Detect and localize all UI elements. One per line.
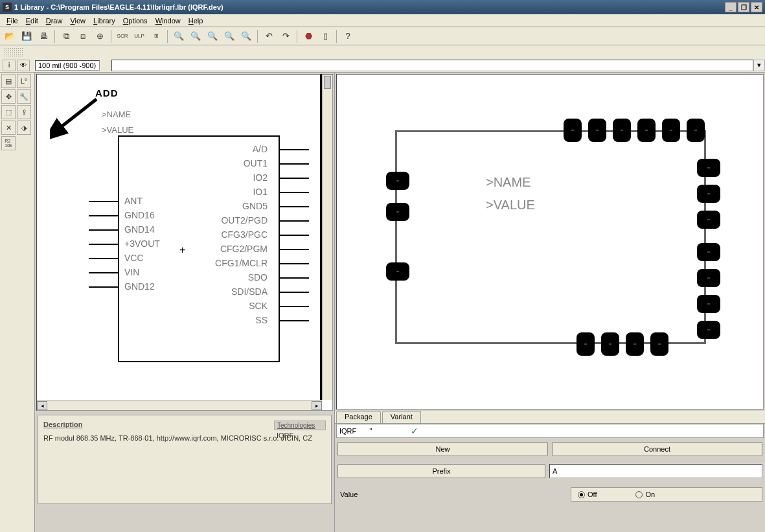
close-button[interactable]: ✕: [751, 2, 762, 12]
pad: [577, 332, 595, 356]
main-toolbar: 📂 💾 🖶 ⧉ ⧈ ⊕ SCR ULP ⊞ 🔍 🔍 🔍 🔍 🔍 ↶ ↷ ⬣ ▯ …: [0, 27, 765, 45]
pin-line: [280, 249, 309, 250]
tool-mark-icon[interactable]: L°: [17, 74, 31, 88]
pin-line: [280, 220, 309, 222]
app-icon: S: [3, 3, 12, 12]
eye-small-icon[interactable]: 👁: [17, 60, 30, 71]
pin-label: SS: [255, 315, 268, 325]
zoom-in-icon[interactable]: 🔍: [172, 29, 186, 43]
tool-add-icon[interactable]: ⇪: [17, 105, 31, 119]
grid-dots-icon[interactable]: [4, 47, 23, 56]
pad: [386, 262, 409, 281]
pin-label: ANT: [124, 196, 143, 206]
symbol-name-placeholder: >NAME: [102, 110, 131, 119]
maximize-button[interactable]: ❐: [738, 2, 749, 12]
print-icon[interactable]: 🖶: [36, 29, 51, 43]
connect-button[interactable]: Connect: [552, 442, 762, 456]
vertical-scrollbar[interactable]: [322, 75, 332, 400]
grid-indicator-row: [0, 45, 765, 58]
pin-label: A/D: [253, 144, 268, 154]
value-on-radio[interactable]: On: [635, 491, 655, 498]
menu-draw[interactable]: Draw: [42, 16, 67, 26]
pad: [613, 119, 631, 142]
check-icon: ✓: [411, 426, 418, 436]
device-icon[interactable]: ⊕: [93, 29, 107, 43]
tool-name-icon[interactable]: ⬗: [17, 121, 31, 135]
pin-line: [89, 244, 118, 245]
package-canvas[interactable]: >NAME >VALUE: [336, 74, 764, 410]
open-icon[interactable]: 📂: [3, 29, 17, 43]
info-small-icon[interactable]: i: [3, 60, 16, 71]
symbol-canvas[interactable]: ADD >NAME >VALUE + ANT GND16 GND14 +3VOU…: [36, 74, 333, 411]
help-icon[interactable]: ?: [341, 29, 355, 43]
pad: [662, 119, 680, 142]
pad: [697, 295, 720, 313]
tool-select-icon[interactable]: ⬚: [1, 105, 16, 119]
pin-line: [280, 149, 309, 150]
undo-icon[interactable]: ↶: [262, 29, 276, 43]
pin-line: [280, 263, 309, 264]
use-icon[interactable]: ⧉: [59, 29, 73, 43]
tool-value-icon[interactable]: R210k: [1, 136, 16, 150]
column-package[interactable]: Package: [336, 411, 381, 423]
command-input[interactable]: [111, 60, 753, 71]
pin-label: +3VOUT: [124, 238, 160, 249]
pad: [650, 332, 668, 356]
description-box: Description RF modul 868.35 MHz, TR-868-…: [38, 415, 332, 504]
annotation-arrow: [50, 94, 102, 139]
pad: [697, 269, 720, 287]
value-row: Value Off On: [337, 487, 762, 502]
symbol-origin-cross: +: [179, 244, 185, 256]
zoom-fit-icon[interactable]: 🔍: [205, 29, 220, 43]
prefix-button[interactable]: Prefix: [337, 464, 545, 478]
zoom-out-icon[interactable]: 🔍: [188, 29, 203, 43]
tool-delete-icon[interactable]: ✕: [1, 121, 16, 135]
menu-view[interactable]: View: [66, 16, 89, 26]
script3-icon[interactable]: ⊞: [149, 29, 163, 43]
menu-file[interactable]: File: [3, 16, 22, 26]
pin-line: [89, 229, 118, 231]
pin-label: SDO: [248, 272, 268, 283]
stop-icon[interactable]: ⬣: [301, 29, 315, 43]
pin-label: IO2: [253, 172, 268, 183]
save-icon[interactable]: 💾: [19, 29, 34, 43]
zoom-select-icon[interactable]: 🔍: [222, 29, 236, 43]
menu-options[interactable]: Options: [119, 16, 152, 26]
unuse-icon[interactable]: ⧈: [76, 29, 90, 43]
pad: [626, 332, 644, 356]
description-header[interactable]: Description: [43, 421, 83, 428]
pin-label: CFG2/PGM: [220, 244, 268, 254]
zoom-redraw-icon[interactable]: 🔍: [239, 29, 253, 43]
menu-library[interactable]: Library: [89, 16, 119, 26]
pin-label: GND5: [242, 201, 268, 211]
column-variant[interactable]: Variant: [382, 411, 421, 423]
package-value-placeholder: >VALUE: [486, 198, 535, 213]
pin-line: [280, 206, 309, 207]
menu-help[interactable]: Help: [185, 16, 207, 26]
command-dropdown-icon[interactable]: ▾: [753, 60, 765, 71]
minimize-button[interactable]: _: [725, 2, 736, 12]
redo-icon[interactable]: ↷: [279, 29, 293, 43]
pad: [386, 172, 409, 190]
pin-line: [89, 286, 118, 288]
package-name-cell: IQRF: [339, 427, 356, 435]
tool-move-icon[interactable]: ✥: [1, 89, 16, 104]
symbol-value-placeholder: >VALUE: [102, 125, 133, 135]
script1-icon[interactable]: SCR: [115, 29, 130, 43]
tool-layers-icon[interactable]: ▤: [1, 74, 16, 88]
package-table-header: Package Variant: [335, 411, 765, 424]
horizontal-scrollbar[interactable]: ◂▸: [37, 400, 322, 410]
script2-icon[interactable]: ULP: [132, 29, 146, 43]
pin-label: OUT2/PGD: [221, 215, 268, 226]
menu-edit[interactable]: Edit: [22, 16, 42, 26]
pin-label: GND12: [124, 281, 155, 292]
go-icon[interactable]: ▯: [318, 29, 332, 43]
prefix-field[interactable]: A: [549, 464, 762, 478]
new-button[interactable]: New: [337, 442, 548, 456]
tool-wrench-icon[interactable]: 🔧: [17, 89, 31, 104]
pad: [637, 119, 656, 142]
technologies-header[interactable]: Technologies: [274, 421, 326, 430]
menu-window[interactable]: Window: [152, 16, 185, 26]
value-off-radio[interactable]: Off: [578, 491, 597, 498]
package-table-row[interactable]: IQRF '' ✓: [336, 424, 764, 438]
